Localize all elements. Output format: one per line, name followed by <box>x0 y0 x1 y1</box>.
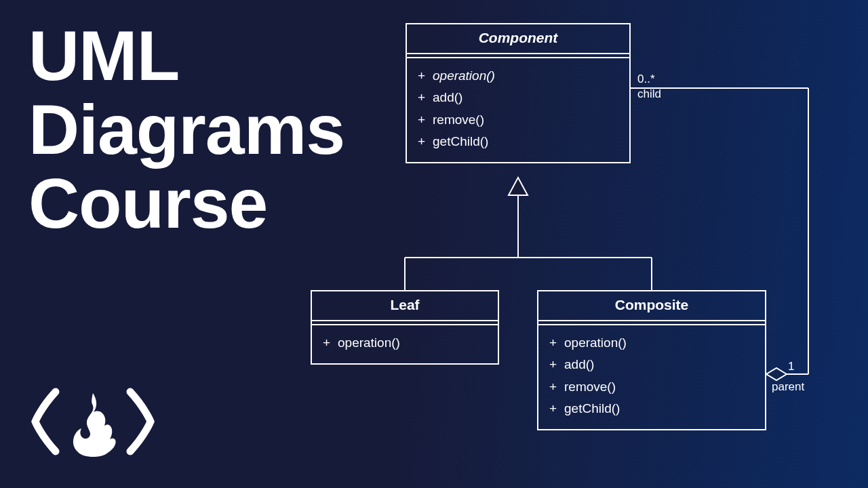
operation-name: getChild() <box>564 401 620 415</box>
visibility-sign: + <box>418 65 433 87</box>
course-title: UML Diagrams Course <box>28 19 344 241</box>
class-name: Component <box>407 24 629 54</box>
visibility-sign: + <box>418 87 433 108</box>
operation-row: +operation() <box>323 332 487 354</box>
operation-name: operation() <box>564 336 627 350</box>
operations-compartment: +operation()+add()+remove()+getChild() <box>407 58 629 162</box>
role-child: child <box>637 87 661 101</box>
operation-name: remove() <box>433 113 484 127</box>
operation-row: +getChild() <box>549 398 754 420</box>
generalization-arrowhead-icon <box>509 178 528 195</box>
operation-name: add() <box>564 357 594 371</box>
visibility-sign: + <box>549 332 564 354</box>
operations-compartment: +operation() <box>312 325 498 363</box>
operation-row: +add() <box>418 87 618 108</box>
operation-row: +operation() <box>549 332 754 354</box>
operation-name: operation() <box>433 68 495 83</box>
operation-name: remove() <box>564 380 616 394</box>
operations-compartment: +operation()+add()+remove()+getChild() <box>538 325 765 429</box>
aggregation-diamond-icon <box>766 368 787 380</box>
class-name: Leaf <box>312 291 498 321</box>
operation-row: +getChild() <box>418 131 618 152</box>
multiplicity-child: 0..* <box>637 72 655 86</box>
operation-row: +operation() <box>418 65 618 87</box>
operation-name: add() <box>433 90 462 104</box>
class-box-leaf: Leaf +operation() <box>311 290 499 365</box>
operation-row: +remove() <box>418 109 618 131</box>
title-line-1: UML <box>28 19 344 93</box>
operation-row: +add() <box>549 354 754 375</box>
operation-row: +remove() <box>549 376 754 398</box>
visibility-sign: + <box>549 354 564 375</box>
operation-name: operation() <box>338 336 400 350</box>
multiplicity-parent: 1 <box>788 359 794 373</box>
visibility-sign: + <box>549 376 564 398</box>
freecodecamp-logo-icon <box>28 381 157 462</box>
title-line-3: Course <box>28 167 344 241</box>
class-box-composite: Composite +operation()+add()+remove()+ge… <box>537 290 766 430</box>
title-line-2: Diagrams <box>28 93 344 167</box>
visibility-sign: + <box>549 398 564 420</box>
role-parent: parent <box>772 380 804 394</box>
visibility-sign: + <box>418 131 433 152</box>
visibility-sign: + <box>418 109 433 131</box>
class-box-component: Component +operation()+add()+remove()+ge… <box>406 23 631 163</box>
visibility-sign: + <box>323 332 338 354</box>
class-name: Composite <box>538 291 765 321</box>
operation-name: getChild() <box>433 134 488 148</box>
